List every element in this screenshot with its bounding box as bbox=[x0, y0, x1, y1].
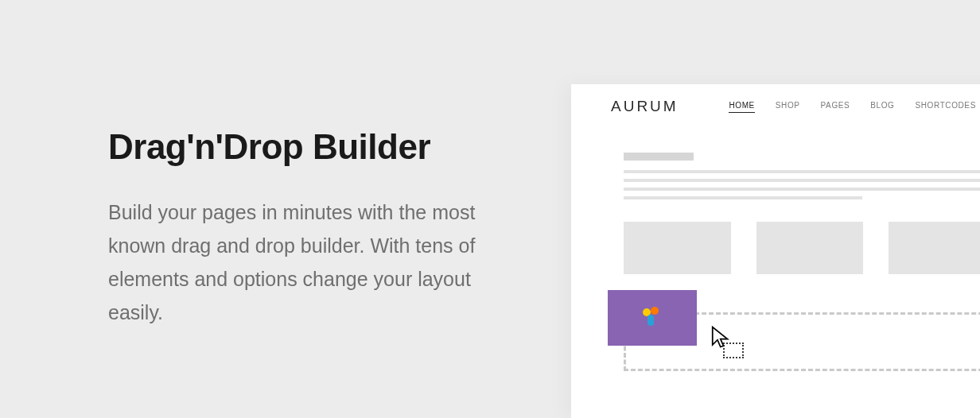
placeholder-line bbox=[624, 170, 980, 173]
preview-header: AURUM HOME SHOP PAGES BLOG SHORTCODES BU bbox=[571, 84, 980, 129]
nav-home[interactable]: HOME bbox=[729, 101, 754, 113]
nav-blog[interactable]: BLOG bbox=[870, 101, 894, 113]
feature-description: Build your pages in minutes with the mos… bbox=[108, 195, 522, 329]
placeholder-line bbox=[624, 188, 980, 191]
placeholder-title bbox=[624, 153, 694, 161]
balloons-icon bbox=[641, 307, 663, 329]
placeholder-line bbox=[624, 196, 862, 199]
placeholder-boxes bbox=[624, 222, 980, 274]
preview-nav: HOME SHOP PAGES BLOG SHORTCODES BU bbox=[729, 101, 980, 113]
placeholder-line bbox=[624, 179, 980, 182]
placeholder-box bbox=[756, 222, 864, 274]
builder-preview: AURUM HOME SHOP PAGES BLOG SHORTCODES BU bbox=[571, 84, 980, 418]
placeholder-box bbox=[624, 222, 731, 274]
nav-shop[interactable]: SHOP bbox=[776, 101, 800, 113]
nav-pages[interactable]: PAGES bbox=[821, 101, 850, 113]
placeholder-box bbox=[889, 222, 980, 274]
preview-logo: AURUM bbox=[611, 98, 679, 115]
nav-shortcodes[interactable]: SHORTCODES bbox=[916, 101, 976, 113]
preview-body bbox=[571, 129, 980, 274]
feature-heading: Drag'n'Drop Builder bbox=[108, 127, 522, 167]
drag-block[interactable] bbox=[608, 290, 697, 346]
cursor-arrow-icon bbox=[710, 325, 733, 349]
